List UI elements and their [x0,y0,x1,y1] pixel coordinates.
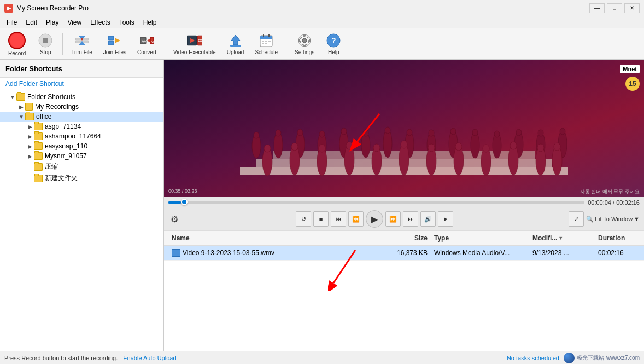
tree-asgp[interactable]: ▶ asgp_71134 [0,122,163,131]
menu-effects[interactable]: Effects [86,18,114,27]
upload-button[interactable]: Upload [222,30,249,57]
volume-expand-btn[interactable]: ▶ [438,211,453,227]
tree-asgp-toggle[interactable]: ▶ [26,124,34,130]
add-shortcut-link[interactable]: Add Folder Shortcut [0,78,163,90]
menu-view[interactable]: View [63,18,86,27]
tree-new-folder-icon [34,175,43,182]
svg-point-70 [538,130,543,136]
tree-my-recordings[interactable]: ▶ My Recordings [0,102,163,112]
svg-point-88 [455,143,462,151]
tree-office[interactable]: ▼ office [0,112,163,122]
tree-root-toggle[interactable]: ▼ [9,94,16,100]
tree-recordings-icon [25,103,33,111]
enable-upload-link[interactable]: Enable Auto Upload [123,355,176,361]
tree-office-toggle[interactable]: ▼ [17,114,25,120]
tree-new-folder[interactable]: ▶ 新建文件夹 [0,172,163,184]
progress-thumb[interactable] [181,199,188,205]
col-header-name[interactable]: Name [168,233,376,243]
convert-button[interactable]: AVI MP4 Convert [132,30,161,57]
tree-compress[interactable]: ▶ 压缩 [0,161,163,172]
prev-key-btn[interactable]: ⏮ [331,211,346,227]
tree-easysnap[interactable]: ▶ easysnap_110 [0,141,163,151]
status-left: Press Record button to start the recordi… [4,355,177,361]
trim-button[interactable]: Trim File [66,30,97,57]
fit-window-selector[interactable]: 🔍 Fit To Window ▼ [586,216,640,223]
volume-btn[interactable]: 🔊 [420,211,436,227]
menu-bar: File Edit Play View Effects Tools Help [0,16,644,28]
play-btn[interactable]: ▶ [366,210,383,228]
tree-recordings-toggle[interactable]: ▶ [17,104,25,110]
progress-track[interactable] [168,201,584,204]
player-settings-btn[interactable]: ⚙ [168,213,180,225]
menu-help[interactable]: Help [139,18,161,27]
window-controls: — □ ✕ [589,3,640,13]
sidebar: Folder Shortcuts Add Folder Shortcut ▼ F… [0,60,164,351]
tree-easysnap-toggle[interactable]: ▶ [26,143,34,149]
video-exe-icon: EXE [187,33,202,48]
file-size-cell: 16,373 KB [376,248,431,258]
stop-button[interactable]: Stop [32,30,59,57]
fit-window-chevron: ▼ [634,216,640,222]
tree-ashampoo-toggle[interactable]: ▶ [26,134,34,140]
svg-marker-19 [231,35,240,45]
progress-bar-row: 00:00:04 / 00:02:16 [164,197,644,208]
file-row[interactable]: Video 9-13-2023 15-03-55.wmv 16,373 KB W… [164,246,644,261]
rewind-btn[interactable]: ⏪ [348,211,364,227]
fullscreen-btn[interactable]: ⤢ [569,211,584,227]
tree-mysnrr-toggle[interactable]: ▶ [26,153,34,159]
col-header-duration[interactable]: Duration [595,233,644,243]
main-layout: Folder Shortcuts Add Folder Shortcut ▼ F… [0,60,644,351]
menu-play[interactable]: Play [42,18,63,27]
tree-compress-icon [34,163,43,171]
col-header-type[interactable]: Type [431,233,529,243]
upload-label: Upload [227,49,244,55]
join-button[interactable]: Join Files [98,30,131,57]
toolbar: Record Stop Trim File [0,28,644,60]
svg-point-66 [494,131,500,137]
col-header-modified[interactable]: Modifi... ▼ [529,233,595,243]
watermark-text: 极光下载站 [577,354,604,362]
help-label: Help [328,49,339,55]
svg-point-60 [429,130,434,136]
tree-root[interactable]: ▼ Folder Shortcuts [0,92,163,102]
tree-ashampoo[interactable]: ▶ ashampoo_117664 [0,131,163,141]
record-label: Record [8,50,26,56]
menu-tools[interactable]: Tools [115,18,139,27]
tree-easysnap-icon [34,142,43,150]
sort-arrow: ▼ [558,235,563,241]
menu-edit[interactable]: Edit [21,18,42,27]
next-key-btn[interactable]: ⏭ [403,211,418,227]
menu-file[interactable]: File [2,18,21,27]
settings-button[interactable]: Settings [290,30,319,57]
svg-point-74 [264,145,271,152]
controls-right: ⤢ 🔍 Fit To Window ▼ [569,211,640,227]
schedule-button[interactable]: Schedule [250,30,283,57]
minimize-button[interactable]: — [589,3,605,13]
no-tasks-link[interactable]: No tasks scheduled [507,355,559,361]
maximize-button[interactable]: □ [607,3,622,13]
stage-svg [213,101,595,189]
svg-text:MP4: MP4 [151,40,155,43]
tree-mysnrr[interactable]: ▶ Mysnrr_91057 [0,151,163,161]
tree-mysnrr-label: Mysnrr_91057 [45,152,87,160]
video-exe-button[interactable]: EXE Video Executable [168,30,221,57]
sep1 [62,33,63,55]
time-display: 00:00:04 / 00:02:16 [588,199,640,206]
help-icon: ? [326,33,341,48]
svg-rect-7 [108,36,114,40]
svg-rect-36 [298,39,300,42]
record-button[interactable]: Record [3,30,31,57]
col-header-size[interactable]: Size [376,233,431,243]
close-button[interactable]: ✕ [624,3,640,13]
svg-point-84 [401,141,407,148]
stop-playback-btn[interactable]: ■ [313,211,329,227]
watermark-logo [564,353,575,363]
help-button[interactable]: ? Help [320,30,347,57]
svg-point-72 [560,128,565,135]
svg-point-58 [407,129,412,136]
tree-compress-label: 压缩 [45,162,58,171]
status-right: No tasks scheduled 极光下载站 www.xz7.com [507,353,640,363]
file-name: Video 9-13-2023 15-03-55.wmv [183,249,274,257]
loop-btn[interactable]: ↺ [296,211,311,227]
ffwd-btn[interactable]: ⏩ [385,211,401,227]
